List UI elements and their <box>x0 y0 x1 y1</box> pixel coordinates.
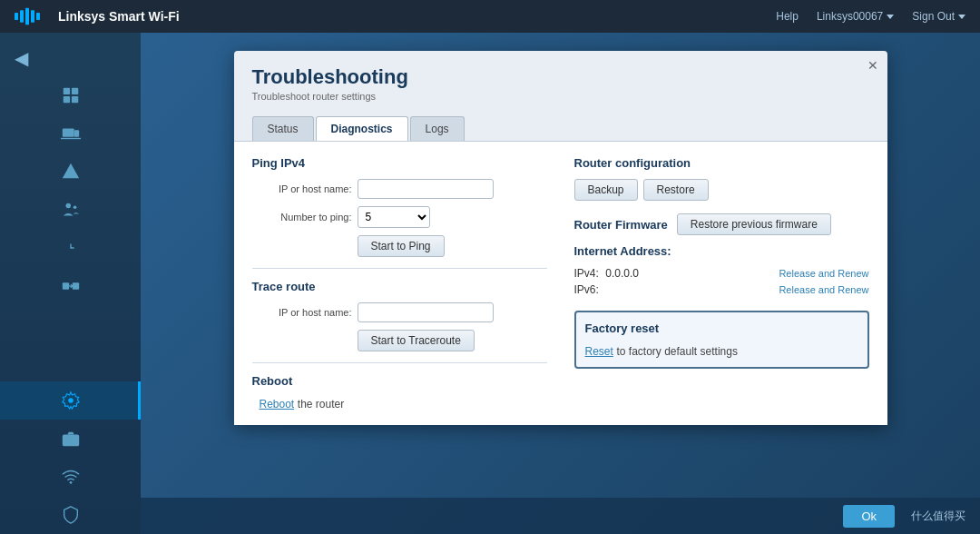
ipv4-label: IPv4: 0.0.0.0 <box>574 267 639 280</box>
reboot-row: Reboot the router <box>252 397 547 410</box>
sidebar-item-devices[interactable] <box>0 114 141 153</box>
signout-link[interactable]: Sign Out <box>912 10 965 23</box>
svg-rect-17 <box>62 282 68 289</box>
ipv4-row: IPv4: 0.0.0.0 Release and Renew <box>574 267 869 280</box>
ping-num-select[interactable]: 1 2 3 4 5 10 <box>358 206 430 228</box>
port-forward-icon <box>61 276 81 296</box>
sidebar-item-alerts[interactable] <box>0 153 141 191</box>
signout-dropdown-icon <box>958 15 965 19</box>
router-config-title: Router configuration <box>574 156 869 170</box>
parental-icon <box>61 200 81 220</box>
svg-rect-1 <box>20 10 24 22</box>
start-traceroute-button[interactable]: Start to Traceroute <box>358 330 475 351</box>
cisco-logo-icon <box>15 7 51 25</box>
sidebar-item-wifi[interactable] <box>0 458 141 496</box>
internet-address-section: Internet Address: IPv4: 0.0.0.0 Release … <box>574 244 869 296</box>
svg-rect-10 <box>74 130 79 136</box>
factory-reset-link[interactable]: Reset <box>585 345 613 358</box>
internet-address-title: Internet Address: <box>574 244 869 258</box>
restore-button[interactable]: Restore <box>643 179 709 201</box>
svg-rect-21 <box>62 434 78 446</box>
trace-section-title: Trace route <box>252 280 547 293</box>
account-link[interactable]: Linksys00067 <box>817 10 894 23</box>
devices-icon <box>61 124 81 143</box>
ipv6-label: IPv6: <box>574 283 599 296</box>
account-dropdown-icon <box>887 15 894 19</box>
left-panel: Ping IPv4 IP or host name: Number to pin… <box>252 156 547 410</box>
tab-diagnostics[interactable]: Diagnostics <box>316 116 408 141</box>
ping-num-label: Number to ping: <box>252 212 352 222</box>
app-title: Linksys Smart Wi-Fi <box>58 9 180 24</box>
ping-btn-row: Start to Ping <box>358 235 547 257</box>
restore-firmware-button[interactable]: Restore previous firmware <box>677 213 831 235</box>
sidebar-bottom <box>0 381 141 534</box>
right-panel: Router configuration Backup Restore Rout… <box>574 156 869 410</box>
ping-ip-row: IP or host name: <box>252 179 547 199</box>
tab-status[interactable]: Status <box>252 116 314 141</box>
trace-btn-row: Start to Traceroute <box>358 330 547 351</box>
sidebar-back-button[interactable]: ◀ <box>0 40 141 76</box>
factory-reset-title: Factory reset <box>585 321 858 335</box>
divider-2 <box>252 362 547 363</box>
divider-1 <box>252 268 547 269</box>
factory-reset-row: Reset to factory default settings <box>585 344 858 358</box>
alert-icon <box>61 162 81 182</box>
release-renew-2[interactable]: Release and Renew <box>779 284 868 295</box>
ping-ip-input[interactable] <box>358 179 494 199</box>
tab-logs[interactable]: Logs <box>410 116 465 141</box>
svg-rect-2 <box>25 8 29 25</box>
svg-rect-18 <box>72 282 78 289</box>
router-firmware-label: Router Firmware <box>574 218 668 232</box>
start-ping-button[interactable]: Start to Ping <box>358 235 445 257</box>
svg-rect-6 <box>71 88 77 94</box>
router-firmware-row: Router Firmware Restore previous firmwar… <box>574 213 869 235</box>
bottom-bar: Ok 什么值得买 <box>141 498 980 534</box>
svg-point-20 <box>68 398 74 403</box>
topbar-right: Help Linksys00067 Sign Out <box>776 10 965 23</box>
shield-icon <box>61 505 81 525</box>
dashboard-icon <box>61 85 81 105</box>
topbar: Linksys Smart Wi-Fi Help Linksys00067 Si… <box>0 0 980 33</box>
camera-icon <box>61 429 81 449</box>
svg-rect-7 <box>63 96 69 103</box>
reboot-link[interactable]: Reboot <box>260 398 295 410</box>
svg-rect-8 <box>71 96 77 103</box>
trace-ip-row: IP or host name: <box>252 302 547 322</box>
svg-point-23 <box>69 481 72 484</box>
dialog-subtitle: Troubleshoot router settings <box>252 91 869 102</box>
svg-rect-3 <box>31 10 34 22</box>
sidebar-item-settings[interactable] <box>0 381 141 420</box>
sidebar-item-port-forwarding[interactable] <box>0 267 141 305</box>
main-layout: ◀ <box>0 33 980 534</box>
factory-reset-box: Factory reset Reset to factory default s… <box>574 311 869 369</box>
sidebar-item-camera[interactable] <box>0 420 141 458</box>
ok-button[interactable]: Ok <box>843 505 895 528</box>
reboot-text: the router <box>298 398 344 410</box>
bottom-brand: 什么值得买 <box>911 509 965 524</box>
history-icon <box>61 238 81 258</box>
svg-rect-4 <box>36 13 40 20</box>
backup-button[interactable]: Backup <box>574 179 638 201</box>
help-link[interactable]: Help <box>776 10 799 23</box>
svg-rect-0 <box>15 13 18 20</box>
ipv6-row: IPv6: Release and Renew <box>574 283 869 296</box>
svg-point-14 <box>65 203 71 209</box>
sidebar-item-dashboard[interactable] <box>0 76 141 114</box>
dialog-title: Troubleshooting <box>252 65 869 89</box>
ping-ip-label: IP or host name: <box>252 183 352 194</box>
reboot-section-title: Reboot <box>252 374 547 388</box>
sidebar-item-parental[interactable] <box>0 191 141 229</box>
release-renew-1[interactable]: Release and Renew <box>779 268 868 279</box>
trace-ip-label: IP or host name: <box>252 307 352 318</box>
router-config-btns: Backup Restore <box>574 179 869 201</box>
dialog-close-button[interactable]: ✕ <box>866 58 880 73</box>
trace-ip-input[interactable] <box>358 302 494 322</box>
factory-reset-text: to factory default settings <box>616 345 737 358</box>
sidebar-item-security[interactable] <box>0 496 141 534</box>
svg-point-13 <box>70 175 72 177</box>
dialog-body: Ping IPv4 IP or host name: Number to pin… <box>234 142 887 425</box>
dialog-header: Troubleshooting Troubleshoot router sett… <box>234 51 887 109</box>
sidebar-item-history[interactable] <box>0 229 141 267</box>
back-icon: ◀ <box>15 47 28 69</box>
svg-point-15 <box>73 205 76 209</box>
